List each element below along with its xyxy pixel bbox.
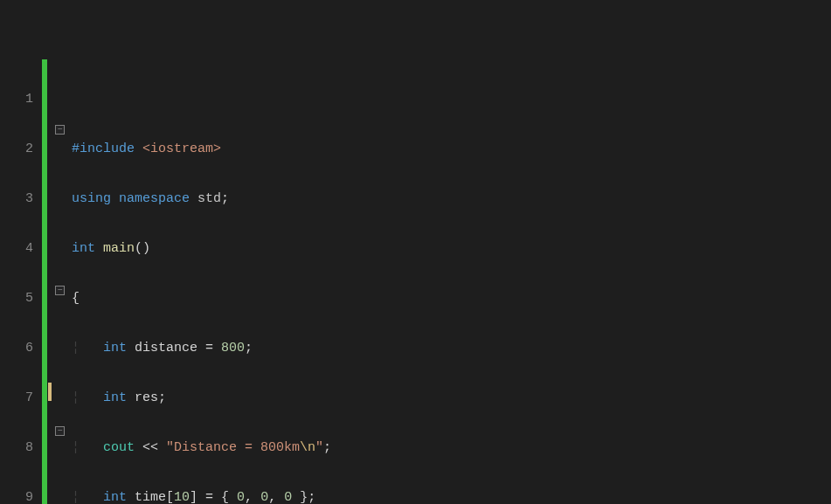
line-number: 1 <box>0 89 33 109</box>
fold-toggle-icon[interactable]: − <box>55 426 65 436</box>
code-line[interactable]: #include <iostream> <box>68 139 831 159</box>
unsaved-change-marker <box>48 383 52 401</box>
fold-toggle-icon[interactable]: − <box>55 286 65 295</box>
code-line[interactable]: int main() <box>68 238 831 259</box>
line-number: 8 <box>0 438 33 458</box>
line-number: 2 <box>0 139 33 159</box>
line-number: 3 <box>0 189 33 209</box>
code-line[interactable]: using namespace std; <box>68 189 831 209</box>
code-line[interactable]: ¦ int time[10] = { 0, 0, 0 }; <box>68 487 831 504</box>
code-line[interactable]: ¦ int distance = 800; <box>68 338 831 358</box>
fold-column: − − − <box>54 59 68 504</box>
code-content[interactable]: #include <iostream> using namespace std;… <box>68 59 831 504</box>
code-editor[interactable]: 1 2 3 4 5 6 7 8 9 10 11 12 13 14 15 16 1… <box>0 59 831 504</box>
code-line[interactable]: ¦ int res; <box>68 388 831 408</box>
line-number: 7 <box>0 388 33 408</box>
code-line[interactable]: ¦ cout << "Distance = 800km\n"; <box>68 438 831 458</box>
code-line[interactable]: { <box>68 288 831 308</box>
line-number: 5 <box>0 288 33 308</box>
code-line[interactable] <box>68 89 831 109</box>
line-number: 6 <box>0 338 33 358</box>
line-number-gutter: 1 2 3 4 5 6 7 8 9 10 11 12 13 14 15 16 1… <box>0 59 42 504</box>
line-number: 9 <box>0 487 33 504</box>
fold-toggle-icon[interactable]: − <box>55 125 65 135</box>
editor-margin <box>47 59 54 504</box>
line-number: 4 <box>0 238 33 259</box>
